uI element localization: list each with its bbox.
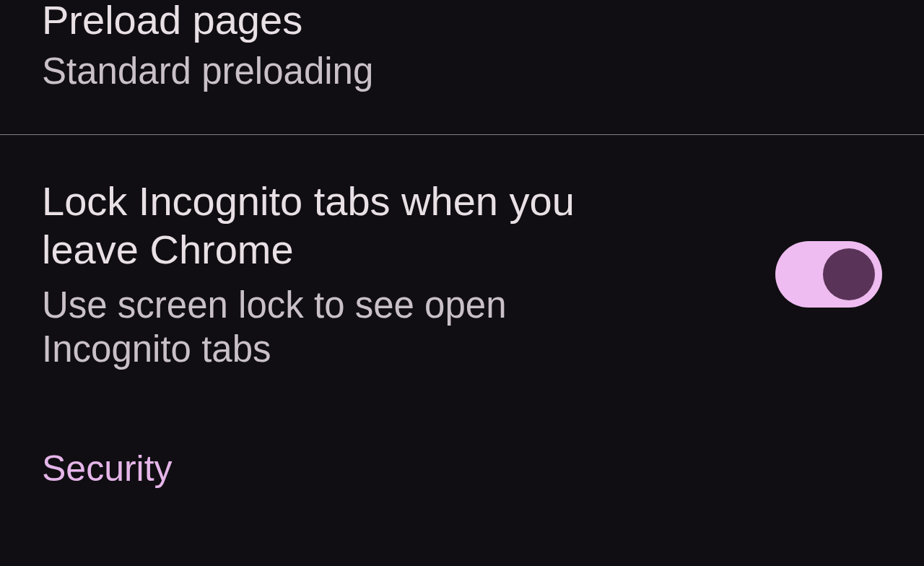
security-section-title: Security bbox=[42, 448, 882, 489]
lock-incognito-title: Lock Incognito tabs when you leave Chrom… bbox=[42, 177, 619, 274]
preload-pages-title: Preload pages bbox=[42, 0, 373, 44]
lock-incognito-toggle[interactable] bbox=[775, 241, 882, 308]
lock-incognito-subtitle: Use screen lock to see open Incognito ta… bbox=[42, 283, 634, 371]
lock-incognito-item[interactable]: Lock Incognito tabs when you leave Chrom… bbox=[0, 135, 924, 413]
lock-incognito-text: Lock Incognito tabs when you leave Chrom… bbox=[42, 177, 775, 371]
security-section-header: Security bbox=[0, 413, 924, 489]
toggle-thumb-icon bbox=[823, 248, 875, 300]
preload-pages-subtitle: Standard preloading bbox=[42, 50, 373, 92]
preload-pages-item[interactable]: Preload pages Standard preloading bbox=[0, 0, 924, 134]
preload-pages-text: Preload pages Standard preloading bbox=[42, 0, 373, 92]
